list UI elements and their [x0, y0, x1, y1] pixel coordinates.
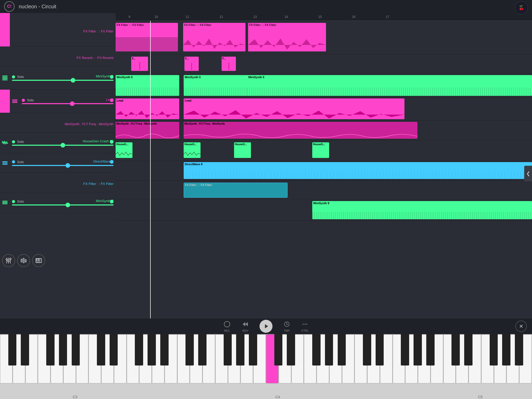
track-name-fx-reverb: FX Reverb : : FX Reverb [77, 56, 114, 60]
fader-thumb-directwave8[interactable] [65, 163, 70, 168]
icon-bar [2, 203, 8, 204]
svg-rect-17 [36, 258, 37, 261]
black-key-14[interactable] [185, 334, 194, 365]
black-key-39[interactable] [502, 334, 510, 365]
black-key-35[interactable] [451, 334, 460, 365]
collapse-arrow[interactable]: ❮ [524, 166, 532, 181]
clip-directwave8[interactable]: DirectWave 8 [184, 162, 532, 179]
fader-track-minisynth9[interactable] [12, 204, 114, 205]
timeline-ruler[interactable]: 9 10 11 12 13 14 15 16 17 17 [116, 13, 532, 21]
clip-label: MiniSynth 5 [247, 75, 532, 79]
black-key-21[interactable] [274, 334, 283, 365]
black-key-8[interactable] [110, 334, 118, 365]
black-key-15[interactable] [198, 334, 207, 365]
eq-btn[interactable] [17, 254, 30, 267]
black-key-5[interactable] [72, 334, 80, 365]
clip-label: MiniSynth : FLT Freq : MiniSynth [116, 122, 179, 126]
black-key-40[interactable] [515, 334, 523, 365]
close-btn[interactable]: ✕ [515, 321, 527, 332]
clip-label: HouseG... [184, 142, 201, 146]
black-key-1[interactable] [21, 334, 29, 365]
black-key-32[interactable] [414, 334, 422, 365]
clip-waveform-lead1 [116, 109, 179, 119]
clip-fx-filter-1a[interactable]: FX Filter : : FX Filter [116, 23, 178, 51]
black-key-11[interactable] [148, 334, 156, 365]
clip-label: HouseG... [312, 142, 329, 146]
rec-btn[interactable]: REC [223, 320, 231, 332]
key-labels-row: C3 C4 C5 [0, 391, 532, 399]
ctrl-btn[interactable]: CTRL [301, 320, 309, 332]
track-name-directwave8: DirectWave 8 [93, 159, 114, 163]
tmp-btn[interactable]: TMP [283, 320, 291, 332]
black-key-28[interactable] [363, 334, 371, 365]
fader-track-housegen[interactable] [12, 145, 114, 146]
header: C! nucleon - Circuit 🍒 [0, 0, 532, 13]
track-row-fx-filter-1: FX Filter : : FX Filter [0, 13, 116, 47]
solo-btn-minisynth5[interactable]: Solo [17, 75, 24, 79]
clip-minisynth5-2[interactable]: MiniSynth 5 [184, 75, 251, 96]
black-key-4[interactable] [59, 334, 67, 365]
black-key-33[interactable] [426, 334, 435, 365]
black-key-18[interactable] [236, 334, 244, 365]
black-key-38[interactable] [490, 334, 498, 365]
black-key-7[interactable] [97, 334, 105, 365]
app-logo[interactable]: C! [4, 1, 15, 12]
fader-track-directwave8[interactable] [12, 165, 114, 166]
clip-pattern [312, 212, 532, 219]
fader-track-minisynth5[interactable] [12, 80, 114, 81]
black-key-22[interactable] [287, 334, 295, 365]
fader-thumb-lead[interactable] [70, 101, 75, 106]
piano-btn[interactable] [32, 254, 45, 267]
ruler-mark-15: 15 [318, 15, 322, 19]
fader-thumb-minisynth9[interactable] [65, 203, 70, 207]
mixer-btn[interactable] [2, 254, 15, 267]
clip-fx-filter-2[interactable]: FX Filter : : FX Filter [184, 183, 288, 198]
clip-fx-filter-1b[interactable]: FX Filter : : FX Filter [183, 23, 245, 51]
black-key-17[interactable] [224, 334, 232, 365]
clip-minisynth5-1[interactable]: MiniSynth 5 [116, 75, 179, 96]
black-key-25[interactable] [325, 334, 333, 365]
app-title: nucleon - Circuit [19, 4, 56, 10]
track-icon-housegen [0, 139, 10, 147]
rev-svg [242, 321, 248, 327]
solo-btn-lead[interactable]: Solo [27, 98, 34, 102]
fader-track-lead[interactable] [22, 103, 114, 104]
black-key-26[interactable] [338, 334, 346, 365]
track-row-lead: Lead Solo [0, 90, 116, 113]
rev-btn[interactable]: REV [241, 320, 249, 332]
clip-waveform-lead2 [184, 109, 404, 119]
clip-minisynth9[interactable]: MiniSynth 9 [312, 201, 532, 219]
clip-housegen-1[interactable]: HouseG... [116, 142, 132, 158]
black-key-31[interactable] [401, 334, 409, 365]
clip-fx-reverb-3[interactable]: F... [222, 57, 236, 71]
solo-btn-minisynth9[interactable]: Solo [17, 200, 24, 203]
fader-thumb-minisynth5[interactable] [71, 78, 75, 83]
black-key-10[interactable] [135, 334, 143, 365]
clip-minisynth-flt-1[interactable]: MiniSynth : FLT Freq : MiniSynth [116, 122, 179, 139]
black-key-0[interactable] [8, 334, 17, 365]
clip-lead-1[interactable]: Lead [116, 98, 179, 119]
clip-housegen-2[interactable]: HouseG... [184, 142, 201, 158]
black-key-24[interactable] [312, 334, 321, 365]
black-key-12[interactable] [160, 334, 169, 365]
clip-fx-filter-1c[interactable]: FX Filter : : FX Filter [248, 23, 326, 51]
black-key-3[interactable] [46, 334, 55, 365]
clip-housegen-4[interactable]: HouseG... [312, 142, 329, 158]
rev-icon [241, 320, 249, 328]
ruler-mark-10: 10 [155, 15, 158, 19]
clip-fx-reverb-2[interactable]: F... [184, 57, 199, 71]
clip-housegen-3[interactable]: HouseG... [234, 142, 251, 158]
clip-fx-reverb-1[interactable]: F... [131, 57, 148, 71]
black-key-19[interactable] [249, 334, 257, 365]
clip-minisynth5-3[interactable]: MiniSynth 5 [247, 75, 532, 96]
clip-minisynth-flt-2[interactable]: MiniSynth : FLT Freq : MiniSynth [184, 122, 417, 139]
black-key-29[interactable] [376, 334, 384, 365]
play-btn[interactable] [260, 320, 272, 333]
solo-btn-housegen[interactable]: Solo [17, 140, 24, 144]
black-key-36[interactable] [464, 334, 473, 365]
clip-lead-2[interactable]: Lead [184, 98, 404, 119]
close-icon: ✕ [519, 323, 523, 329]
track-icon-minisynth9 [0, 200, 10, 205]
solo-btn-directwave8[interactable]: Solo [17, 160, 24, 164]
fader-thumb-housegen[interactable] [61, 143, 65, 148]
